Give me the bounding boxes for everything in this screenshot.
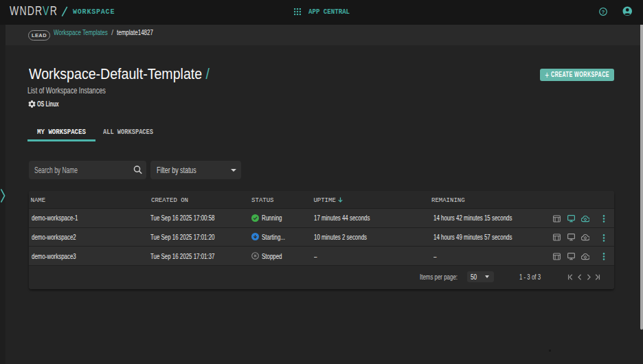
svg-text:?: ? bbox=[601, 8, 605, 14]
